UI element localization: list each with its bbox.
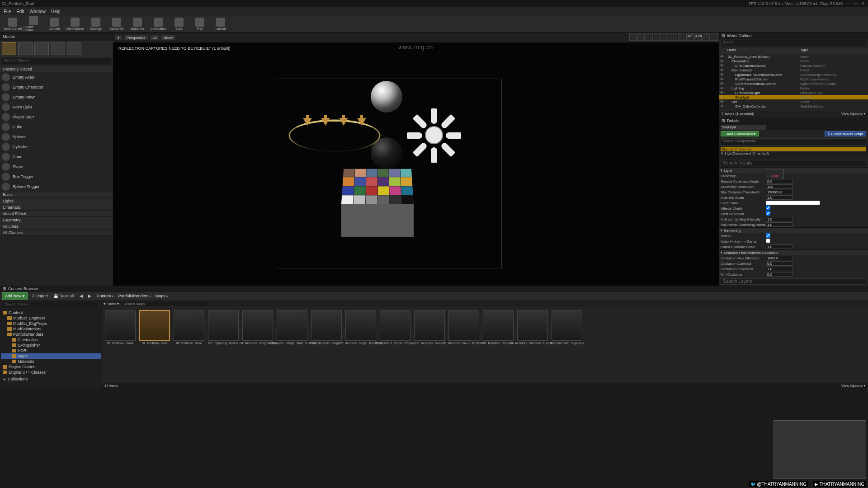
outliner-header[interactable]: ⊞ World Outliner (719, 33, 868, 39)
value-input[interactable] (766, 256, 793, 260)
asset-thumbnail[interactable]: 05_Renders_Single (311, 310, 342, 380)
collections-panel[interactable]: ▸ Collections (1, 375, 101, 383)
value-input[interactable] (766, 272, 793, 277)
outliner-row[interactable]: 👁PostProcessVolumePostProcessVolume (719, 77, 868, 81)
tree-folder[interactable]: PortfolioRenders (1, 332, 101, 337)
layers-search-input[interactable]: Search Layers (721, 278, 866, 285)
assets-search-input[interactable] (122, 301, 212, 306)
asset-thumbnail[interactable]: 07_Renders_Diorama (482, 310, 514, 380)
tree-folder[interactable]: ModSciInteriors (1, 326, 101, 332)
menu-window[interactable]: Window (29, 9, 46, 14)
close-icon[interactable]: ✕ (860, 1, 866, 6)
breadcrumb[interactable]: PortfolioRenders (116, 294, 154, 298)
brush-mode-icon[interactable] (67, 42, 81, 55)
tree-folder[interactable]: Maps (1, 353, 101, 359)
paint-mode-icon[interactable] (18, 42, 33, 55)
place-item-empty-character[interactable]: Empty Character (0, 82, 113, 92)
value-input[interactable] (766, 267, 793, 271)
perspective-dropdown[interactable]: Perspective (124, 35, 148, 40)
chrome-sphere-object[interactable] (371, 81, 402, 113)
actor-name-input[interactable] (721, 125, 766, 130)
save-all-button[interactable]: 💾 Save All (52, 293, 76, 299)
place-item-plane[interactable]: Plane (0, 162, 113, 172)
value-input[interactable] (766, 244, 793, 249)
viewport-tool-button[interactable]: 10° (686, 33, 693, 41)
tree-folder[interactable]: Cinematics (1, 337, 101, 343)
place-mode-icon[interactable] (2, 42, 16, 55)
toolbar-save-current[interactable]: Save Current (3, 16, 23, 32)
toolbar-settings[interactable]: Settings (86, 16, 106, 32)
outliner-row[interactable]: 👁01_Portfolio_Start (Editor)World (719, 54, 868, 59)
landscape-mode-icon[interactable] (34, 42, 49, 55)
details-header[interactable]: ⊞ Details (719, 117, 868, 124)
filters-dropdown[interactable]: ▾ Filters ▾ (104, 302, 119, 306)
maximize-icon[interactable]: ☐ (853, 1, 859, 6)
cb-view-options[interactable]: View Options ▾ (841, 384, 865, 389)
outliner-row[interactable]: 👁SM_ColorCalibratorStaticMeshActor (719, 104, 868, 108)
category-recently-placed[interactable]: Recently Placed (0, 66, 113, 72)
place-item-empty-actor[interactable]: Empty Actor (0, 72, 113, 82)
menu-file[interactable]: File (4, 9, 11, 14)
menu-edit[interactable]: Edit (16, 9, 24, 14)
outliner-row[interactable]: 👁LightingFolder (719, 86, 868, 90)
outliner-search-input[interactable]: Search... (721, 40, 866, 47)
breadcrumb[interactable]: Maps (154, 294, 171, 298)
toolbar-content[interactable]: Content (44, 16, 64, 32)
category-volumes[interactable]: Volumes (0, 223, 113, 230)
toolbar-play[interactable]: Play (190, 16, 210, 32)
modes-tab[interactable]: Modes (0, 33, 113, 41)
toolbar-cinematics[interactable]: Cinematics (148, 16, 168, 32)
tree-folder[interactable]: HDRI (1, 348, 101, 353)
skylight-gizmo[interactable] (409, 110, 459, 160)
place-search-input[interactable]: Search Classes (2, 58, 111, 65)
tree-folder[interactable]: Extinguisher (1, 343, 101, 348)
color-swatch[interactable] (766, 201, 820, 205)
tree-folder[interactable]: Materials (1, 359, 101, 364)
viewport-tool-button[interactable]: 0.25 (694, 33, 702, 41)
minimize-icon[interactable]: — (845, 1, 852, 6)
toolbar-marketplace[interactable]: Marketplace (65, 16, 85, 32)
asset-thumbnail[interactable]: 05_Renders_Single_Physics (379, 310, 411, 380)
value-input[interactable] (766, 195, 793, 200)
value-input[interactable] (766, 217, 793, 221)
asset-thumbnail[interactable]: 05_Renders_Single_BuiltData (345, 310, 377, 380)
checkbox[interactable] (766, 206, 770, 210)
toolbar-datasmith[interactable]: Datasmith (107, 16, 127, 32)
add-component-button[interactable]: + Add Component ▾ (721, 131, 759, 136)
category-cinematic[interactable]: Cinematic (0, 204, 113, 211)
viewport-tool-button[interactable] (703, 33, 710, 41)
add-new-button[interactable]: Add New ▾ (2, 292, 28, 300)
tree-folder[interactable]: ModSci_EngProps (1, 321, 101, 326)
checkbox[interactable] (766, 239, 770, 243)
viewport[interactable]: ▾ Perspective Lit Show 10°0.25 REFLECTIO… (113, 33, 719, 286)
asset-thumbnail[interactable]: 01_Portfolio_Start (139, 310, 170, 380)
place-item-cone[interactable]: Cone (0, 152, 113, 162)
checkbox[interactable] (766, 233, 770, 238)
value-input[interactable] (766, 261, 793, 266)
place-item-cube[interactable]: Cube (0, 122, 113, 132)
value-input[interactable] (766, 184, 793, 189)
nav-fwd-button[interactable]: ▶ (86, 293, 93, 299)
category-visual-effects[interactable]: Visual Effects (0, 211, 113, 217)
outliner-row[interactable]: 👁CinematicsFolder (719, 59, 868, 63)
viewport-tool-button[interactable] (629, 33, 637, 41)
asset-thumbnail[interactable]: 07_Renders_Diorama_BuiltData (517, 310, 548, 380)
tree-folder[interactable]: Engine Content (1, 364, 101, 370)
place-item-point-light[interactable]: Point Light (0, 102, 113, 112)
sources-search-input[interactable]: Search Folders (3, 302, 99, 309)
outliner-row[interactable]: 👁LightmassImportanceVolumeLightmassImpor… (719, 72, 868, 77)
category-basic[interactable]: Basic (0, 192, 113, 198)
place-item-player-start[interactable]: Player Start (0, 112, 113, 122)
outliner-row[interactable]: 👁EnvironmentFolder (719, 68, 868, 72)
toolbar-build[interactable]: Build (169, 16, 189, 32)
category-geometry[interactable]: Geometry (0, 217, 113, 223)
viewport-options-dropdown[interactable]: ▾ (115, 35, 122, 40)
category-all-classes[interactable]: All Classes (0, 230, 113, 236)
place-item-sphere[interactable]: Sphere (0, 132, 113, 142)
toolbar-source-control[interactable]: Source Control (24, 16, 43, 32)
component-item[interactable]: ⤷ LightComponent (Inherited) (721, 151, 866, 155)
color-calibrator-object[interactable] (341, 164, 414, 237)
show-dropdown[interactable]: Show (161, 35, 175, 40)
asset-thumbnail[interactable]: 08_Cinematic_Captures (551, 310, 583, 380)
viewport-tool-button[interactable] (654, 33, 661, 41)
